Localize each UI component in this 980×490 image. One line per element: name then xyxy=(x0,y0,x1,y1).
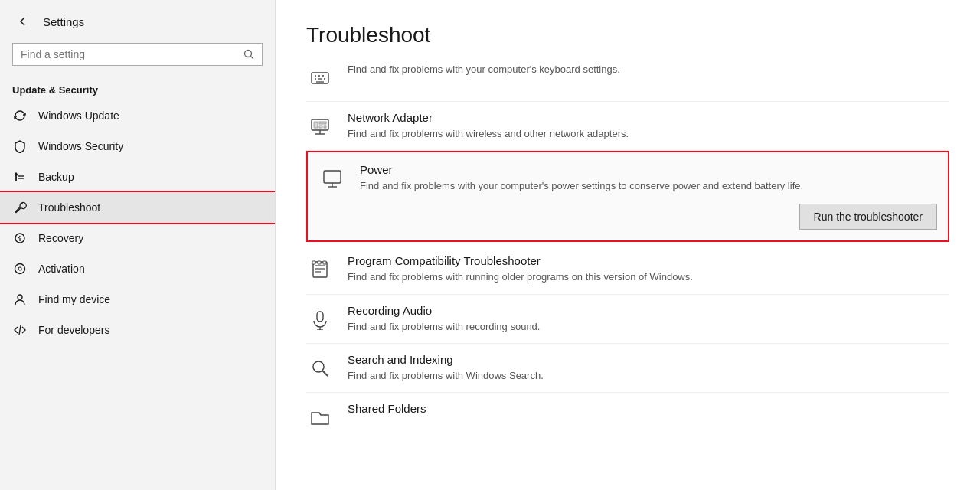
power-monitor-icon xyxy=(318,165,346,192)
network-adapter-text: Network Adapter Find and fix problems wi… xyxy=(348,111,949,141)
svg-rect-36 xyxy=(317,312,323,322)
sidebar-item-activation[interactable]: Activation xyxy=(0,253,275,284)
program-compat-text: Program Compatibility Troubleshooter Fin… xyxy=(348,254,949,284)
sidebar-item-label-backup: Backup xyxy=(38,171,74,183)
sidebar-header: Settings xyxy=(0,0,275,43)
power-item-text: Power Find and fix problems with your co… xyxy=(360,163,937,230)
network-icon xyxy=(306,113,334,140)
list-item-program-compatibility: Program Compatibility Troubleshooter Fin… xyxy=(306,245,949,294)
network-adapter-title: Network Adapter xyxy=(348,111,949,124)
svg-line-1 xyxy=(251,57,254,60)
list-icon xyxy=(306,256,334,283)
power-item-title: Power xyxy=(360,163,937,176)
sidebar-item-backup[interactable]: Backup xyxy=(0,162,275,192)
keyboard-icon xyxy=(306,64,334,92)
search-icon xyxy=(243,49,254,60)
shared-folders-text: Shared Folders xyxy=(348,402,949,418)
svg-rect-25 xyxy=(324,126,326,128)
list-item-recording-audio: Recording Audio Find and fix problems wi… xyxy=(306,295,949,344)
list-item-search-indexing: Search and Indexing Find and fix problem… xyxy=(306,344,949,393)
sidebar-item-label-for-developers: For developers xyxy=(38,324,109,336)
list-item-power: Power Find and fix problems with your co… xyxy=(306,151,949,242)
microphone-icon xyxy=(306,305,334,333)
refresh-icon xyxy=(12,108,28,123)
recording-audio-text: Recording Audio Find and fix problems wi… xyxy=(348,304,949,334)
backup-icon xyxy=(12,169,28,185)
network-adapter-desc: Find and fix problems with wireless and … xyxy=(348,127,949,141)
search-box[interactable] xyxy=(12,43,263,66)
recording-audio-title: Recording Audio xyxy=(348,304,949,317)
search-index-icon xyxy=(306,354,334,382)
svg-rect-35 xyxy=(323,261,326,264)
svg-point-0 xyxy=(245,51,252,57)
shield-icon xyxy=(12,139,28,154)
power-item-desc: Find and fix problems with your computer… xyxy=(360,179,937,193)
svg-point-9 xyxy=(18,295,22,299)
run-troubleshooter-button[interactable]: Run the troubleshooter xyxy=(799,204,937,230)
sidebar-item-label-troubleshoot: Troubleshoot xyxy=(38,201,100,214)
main-content: Troubleshoot Find and fix problems with … xyxy=(276,0,980,490)
app-title: Settings xyxy=(43,15,84,28)
page-title: Troubleshoot xyxy=(306,23,949,47)
folder-icon xyxy=(306,403,334,431)
svg-rect-22 xyxy=(314,122,318,128)
recovery-icon xyxy=(12,230,28,246)
search-indexing-desc: Find and fix problems with Windows Searc… xyxy=(348,369,949,383)
svg-point-8 xyxy=(18,267,21,270)
sidebar-item-for-developers[interactable]: For developers xyxy=(0,315,275,345)
list-item-network-adapter: Network Adapter Find and fix problems wi… xyxy=(306,102,949,151)
search-indexing-title: Search and Indexing xyxy=(348,353,949,366)
svg-rect-24 xyxy=(319,126,322,128)
person-icon xyxy=(12,292,28,307)
search-indexing-text: Search and Indexing Find and fix problem… xyxy=(348,353,949,383)
keyboard-item-text: Find and fix problems with your computer… xyxy=(348,63,949,77)
activation-icon xyxy=(12,261,28,276)
svg-point-7 xyxy=(15,264,25,274)
sidebar-item-windows-security[interactable]: Windows Security xyxy=(0,131,275,162)
developers-icon xyxy=(12,322,28,338)
svg-point-39 xyxy=(313,361,324,372)
svg-line-40 xyxy=(323,371,328,376)
sidebar-item-troubleshoot[interactable]: Troubleshoot xyxy=(0,192,275,223)
section-label: Update & Security xyxy=(0,78,275,100)
wrench-icon xyxy=(12,200,28,215)
svg-rect-34 xyxy=(318,261,321,264)
sidebar-item-windows-update[interactable]: Windows Update xyxy=(0,100,275,131)
sidebar-item-label-recovery: Recovery xyxy=(38,232,83,244)
svg-rect-33 xyxy=(312,261,315,264)
program-compat-title: Program Compatibility Troubleshooter xyxy=(348,254,949,267)
svg-line-10 xyxy=(19,325,21,335)
sidebar-item-label-find-device: Find my device xyxy=(38,293,110,305)
sidebar-item-recovery[interactable]: Recovery xyxy=(0,223,275,253)
sidebar: Settings Update & Security Windows Updat… xyxy=(0,0,276,490)
svg-rect-23 xyxy=(319,122,326,124)
recording-audio-desc: Find and fix problems with recording sou… xyxy=(348,320,949,334)
list-item-keyboard: Find and fix problems with your computer… xyxy=(306,63,949,102)
shared-folders-title: Shared Folders xyxy=(348,402,949,415)
list-item-shared-folders: Shared Folders xyxy=(306,393,949,440)
sidebar-item-label-windows-security: Windows Security xyxy=(38,140,123,152)
svg-rect-26 xyxy=(324,171,341,183)
keyboard-item-desc: Find and fix problems with your computer… xyxy=(348,63,949,77)
sidebar-item-label-activation: Activation xyxy=(38,263,85,275)
search-input[interactable] xyxy=(21,48,237,60)
sidebar-item-find-device[interactable]: Find my device xyxy=(0,284,275,315)
program-compat-desc: Find and fix problems with running older… xyxy=(348,270,949,284)
back-button[interactable] xyxy=(12,11,34,32)
sidebar-item-label-windows-update: Windows Update xyxy=(38,109,119,122)
